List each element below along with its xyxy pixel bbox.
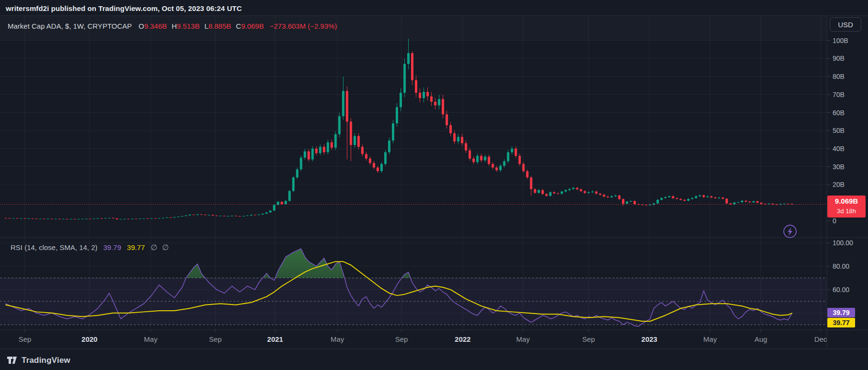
time-tick-label: 2023 xyxy=(641,335,657,344)
time-tick-label: May xyxy=(703,335,717,344)
price-tick-label: 20B xyxy=(833,181,845,188)
time-tick-label: Sep xyxy=(209,335,222,344)
time-tick-label: Sep xyxy=(19,335,32,344)
price-tick-label: 60B xyxy=(833,109,845,116)
ohlc-low: L8.885B xyxy=(204,22,231,30)
chart-canvas[interactable] xyxy=(0,0,868,370)
price-tick-label: 50B xyxy=(833,127,845,134)
time-tick-label: 2020 xyxy=(81,335,97,344)
ohlc-open: O9.346B xyxy=(139,22,167,30)
rsi-legend: RSI (14, close, SMA, 14, 2) 39.79 39.77 … xyxy=(11,243,174,251)
price-tick-label: 0 xyxy=(833,218,836,224)
price-tick-label: 100B xyxy=(833,37,848,44)
rsi-title[interactable]: RSI (14, close, SMA, 14, 2) xyxy=(11,243,98,251)
price-tick-label: 30B xyxy=(833,163,845,170)
symbol-title[interactable]: Market Cap ADA, $, 1W, CRYPTOCAP xyxy=(8,22,132,30)
price-tick-label: 80B xyxy=(833,73,845,80)
change-value: −273.603M (−2.93%) xyxy=(269,22,337,30)
ohlc-close: C9.069B xyxy=(236,22,264,30)
price-badge: 9.069B 3d 18h xyxy=(827,196,866,218)
time-tick-label: Sep xyxy=(582,335,595,344)
time-tick-label: 2022 xyxy=(455,335,470,344)
rsi-tick-label: 80.00 xyxy=(833,263,849,270)
ohlc-high: H9.513B xyxy=(172,22,200,30)
rsi-sma-value: 39.77 xyxy=(127,243,145,251)
time-tick-label: Dec xyxy=(814,335,827,344)
rsi-value-badge: 39.79 xyxy=(827,308,855,317)
tradingview-logo-icon xyxy=(7,356,18,365)
rsi-tick-label: 100.00 xyxy=(833,239,853,246)
tradingview-logo[interactable]: TradingView xyxy=(7,355,70,366)
time-tick-label: May xyxy=(144,335,157,344)
time-tick-label: Sep xyxy=(395,335,408,344)
price-badge-value: 9.069B xyxy=(827,196,866,207)
empty-set-icon: ∅ xyxy=(151,243,157,252)
published-line: writersmfd2i published on TradingView.co… xyxy=(6,4,242,13)
time-tick-label: Aug xyxy=(755,335,768,344)
time-tick-label: May xyxy=(516,335,530,344)
time-tick-label: 2021 xyxy=(267,335,283,344)
main-chart-legend: Market Cap ADA, $, 1W, CRYPTOCAP O9.346B… xyxy=(8,22,337,30)
rsi-tick-label: 60.00 xyxy=(833,286,849,293)
price-tick-label: 90B xyxy=(833,55,845,62)
lightning-icon[interactable] xyxy=(784,225,796,238)
currency-button[interactable]: USD xyxy=(830,17,861,32)
tradingview-snapshot: writersmfd2i published on TradingView.co… xyxy=(0,0,868,370)
rsi-value: 39.79 xyxy=(103,243,122,251)
time-tick-label: May xyxy=(331,335,344,344)
empty-set-icon: ∅ xyxy=(162,243,169,252)
tradingview-logo-text: TradingView xyxy=(22,356,70,365)
price-tick-label: 40B xyxy=(833,145,845,152)
rsi-sma-badge: 39.77 xyxy=(827,318,855,327)
price-tick-label: 70B xyxy=(833,91,845,98)
price-badge-countdown: 3d 18h xyxy=(827,207,866,216)
